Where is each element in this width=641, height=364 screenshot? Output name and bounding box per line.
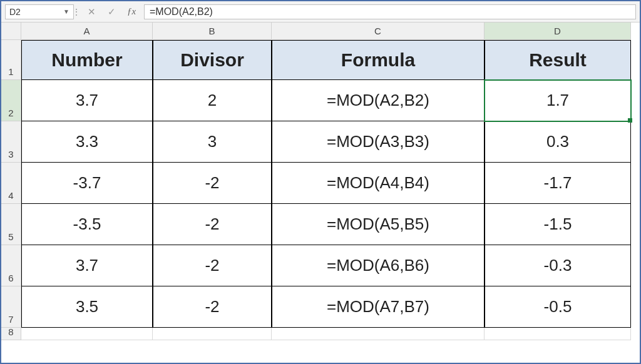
cell-b5[interactable]: -2 (153, 204, 272, 245)
cell-a1[interactable]: Number (21, 40, 153, 80)
cell-a8[interactable] (21, 328, 153, 340)
fill-handle[interactable] (628, 118, 632, 123)
fx-icon[interactable]: ƒx (124, 4, 139, 19)
cell-b3[interactable]: 3 (153, 121, 272, 163)
cell-b8[interactable] (153, 328, 272, 340)
enter-icon[interactable]: ✓ (104, 4, 119, 19)
cell-d8[interactable] (485, 328, 631, 340)
select-all-corner[interactable] (1, 23, 21, 40)
cell-d3[interactable]: 0.3 (485, 121, 631, 163)
cancel-icon[interactable]: ✕ (84, 4, 99, 19)
cell-b1[interactable]: Divisor (153, 40, 272, 80)
cell-c5[interactable]: =MOD(A5,B5) (272, 204, 485, 245)
col-header-b[interactable]: B (153, 23, 272, 40)
formula-text: =MOD(A2,B2) (150, 6, 213, 18)
row-header-2[interactable]: 2 (1, 80, 21, 121)
cell-d2[interactable]: 1.7 (485, 80, 631, 121)
cell-d4[interactable]: -1.7 (485, 163, 631, 204)
row-header-6[interactable]: 6 (1, 245, 21, 286)
formula-bar: D2 ▼ ⋮ ✕ ✓ ƒx =MOD(A2,B2) (1, 1, 640, 23)
cell-c4[interactable]: =MOD(A4,B4) (272, 163, 485, 204)
cell-c6[interactable]: =MOD(A6,B6) (272, 245, 485, 286)
cell-c8[interactable] (272, 328, 485, 340)
cell-a5[interactable]: -3.5 (21, 204, 153, 245)
cell-c2[interactable]: =MOD(A2,B2) (272, 80, 485, 121)
divider-dots-icon: ⋮ (75, 7, 78, 17)
col-header-c[interactable]: C (272, 23, 485, 40)
row-header-1[interactable]: 1 (1, 40, 21, 80)
cell-c3[interactable]: =MOD(A3,B3) (272, 121, 485, 163)
cell-d6[interactable]: -0.3 (485, 245, 631, 286)
row-header-8[interactable]: 8 (1, 328, 21, 340)
cell-a7[interactable]: 3.5 (21, 286, 153, 328)
chevron-down-icon[interactable]: ▼ (63, 8, 69, 15)
name-box[interactable]: D2 ▼ (5, 4, 74, 19)
cell-value: 1.7 (546, 91, 569, 110)
cell-a2[interactable]: 3.7 (21, 80, 153, 121)
spreadsheet-grid: A B C D 1 Number Divisor Formula Result … (1, 23, 640, 340)
col-header-d[interactable]: D (485, 23, 631, 40)
cell-a4[interactable]: -3.7 (21, 163, 153, 204)
cell-a3[interactable]: 3.3 (21, 121, 153, 163)
cell-d5[interactable]: -1.5 (485, 204, 631, 245)
cell-d1[interactable]: Result (485, 40, 631, 80)
cell-b7[interactable]: -2 (153, 286, 272, 328)
cell-a6[interactable]: 3.7 (21, 245, 153, 286)
row-header-5[interactable]: 5 (1, 204, 21, 245)
cell-c7[interactable]: =MOD(A7,B7) (272, 286, 485, 328)
col-header-a[interactable]: A (21, 23, 153, 40)
cell-b6[interactable]: -2 (153, 245, 272, 286)
formula-input[interactable]: =MOD(A2,B2) (144, 4, 636, 19)
cell-c1[interactable]: Formula (272, 40, 485, 80)
cell-b4[interactable]: -2 (153, 163, 272, 204)
row-header-3[interactable]: 3 (1, 121, 21, 163)
cell-b2[interactable]: 2 (153, 80, 272, 121)
row-header-4[interactable]: 4 (1, 163, 21, 204)
cell-d7[interactable]: -0.5 (485, 286, 631, 328)
row-header-7[interactable]: 7 (1, 286, 21, 328)
name-box-value: D2 (9, 7, 21, 17)
